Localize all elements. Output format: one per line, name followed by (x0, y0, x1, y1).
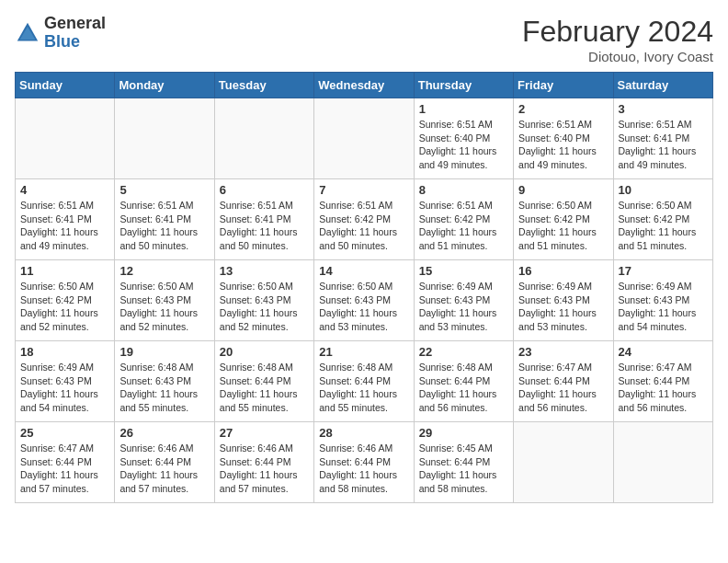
calendar-cell: 18Sunrise: 6:49 AMSunset: 6:43 PMDayligh… (16, 341, 115, 422)
day-number: 6 (220, 183, 309, 197)
day-number: 26 (119, 426, 209, 440)
day-number: 13 (220, 264, 309, 278)
calendar-cell: 9Sunrise: 6:50 AMSunset: 6:42 PMDaylight… (514, 179, 613, 260)
calendar-cell: 7Sunrise: 6:51 AMSunset: 6:42 PMDaylight… (314, 179, 414, 260)
day-info: Sunrise: 6:50 AMSunset: 6:43 PMDaylight:… (119, 280, 209, 334)
page-header: General Blue February 2024 Diotouo, Ivor… (15, 15, 713, 64)
day-info: Sunrise: 6:50 AMSunset: 6:42 PMDaylight:… (518, 199, 608, 253)
calendar-cell (115, 98, 214, 179)
day-number: 28 (319, 426, 408, 440)
day-number: 1 (419, 102, 508, 116)
calendar-cell: 11Sunrise: 6:50 AMSunset: 6:42 PMDayligh… (16, 260, 115, 341)
day-info: Sunrise: 6:49 AMSunset: 6:43 PMDaylight:… (20, 361, 109, 415)
day-number: 12 (119, 264, 209, 278)
calendar-cell: 2Sunrise: 6:51 AMSunset: 6:40 PMDaylight… (514, 98, 613, 179)
day-number: 14 (319, 264, 408, 278)
logo-icon (15, 20, 40, 46)
month-year-title: February 2024 (522, 15, 713, 49)
calendar-cell: 26Sunrise: 6:46 AMSunset: 6:44 PMDayligh… (115, 422, 214, 503)
day-info: Sunrise: 6:50 AMSunset: 6:42 PMDaylight:… (619, 199, 708, 253)
weekday-header-row: SundayMondayTuesdayWednesdayThursdayFrid… (16, 73, 713, 98)
day-number: 19 (119, 345, 209, 359)
logo-text-blue: Blue (44, 33, 106, 52)
day-info: Sunrise: 6:48 AMSunset: 6:43 PMDaylight:… (119, 361, 209, 415)
day-info: Sunrise: 6:47 AMSunset: 6:44 PMDaylight:… (619, 361, 708, 415)
day-info: Sunrise: 6:46 AMSunset: 6:44 PMDaylight:… (220, 442, 309, 496)
calendar-cell: 15Sunrise: 6:49 AMSunset: 6:43 PMDayligh… (414, 260, 513, 341)
day-info: Sunrise: 6:49 AMSunset: 6:43 PMDaylight:… (419, 280, 508, 334)
day-number: 8 (419, 183, 508, 197)
logo: General Blue (15, 15, 106, 52)
day-number: 25 (20, 426, 109, 440)
calendar-cell: 8Sunrise: 6:51 AMSunset: 6:42 PMDaylight… (414, 179, 513, 260)
calendar-week-row: 4Sunrise: 6:51 AMSunset: 6:41 PMDaylight… (16, 179, 713, 260)
calendar-table: SundayMondayTuesdayWednesdayThursdayFrid… (15, 72, 713, 503)
weekday-header-monday: Monday (115, 73, 214, 98)
day-number: 21 (319, 345, 408, 359)
day-info: Sunrise: 6:51 AMSunset: 6:40 PMDaylight:… (419, 118, 508, 172)
calendar-cell: 22Sunrise: 6:48 AMSunset: 6:44 PMDayligh… (414, 341, 513, 422)
day-number: 4 (20, 183, 109, 197)
day-number: 10 (619, 183, 708, 197)
weekday-header-friday: Friday (514, 73, 613, 98)
calendar-cell: 19Sunrise: 6:48 AMSunset: 6:43 PMDayligh… (115, 341, 214, 422)
calendar-cell: 10Sunrise: 6:50 AMSunset: 6:42 PMDayligh… (613, 179, 712, 260)
day-info: Sunrise: 6:51 AMSunset: 6:41 PMDaylight:… (119, 199, 209, 253)
calendar-cell: 20Sunrise: 6:48 AMSunset: 6:44 PMDayligh… (214, 341, 313, 422)
day-info: Sunrise: 6:49 AMSunset: 6:43 PMDaylight:… (518, 280, 608, 334)
calendar-cell: 5Sunrise: 6:51 AMSunset: 6:41 PMDaylight… (115, 179, 214, 260)
day-info: Sunrise: 6:46 AMSunset: 6:44 PMDaylight:… (119, 442, 209, 496)
calendar-cell (214, 98, 313, 179)
day-info: Sunrise: 6:48 AMSunset: 6:44 PMDaylight:… (319, 361, 408, 415)
calendar-week-row: 1Sunrise: 6:51 AMSunset: 6:40 PMDaylight… (16, 98, 713, 179)
day-info: Sunrise: 6:47 AMSunset: 6:44 PMDaylight:… (518, 361, 608, 415)
calendar-cell: 24Sunrise: 6:47 AMSunset: 6:44 PMDayligh… (613, 341, 712, 422)
calendar-cell: 29Sunrise: 6:45 AMSunset: 6:44 PMDayligh… (414, 422, 513, 503)
day-number: 16 (518, 264, 608, 278)
calendar-cell (16, 98, 115, 179)
day-info: Sunrise: 6:49 AMSunset: 6:43 PMDaylight:… (619, 280, 708, 334)
day-number: 29 (419, 426, 508, 440)
day-number: 22 (419, 345, 508, 359)
day-number: 7 (319, 183, 408, 197)
calendar-cell: 4Sunrise: 6:51 AMSunset: 6:41 PMDaylight… (16, 179, 115, 260)
day-info: Sunrise: 6:46 AMSunset: 6:44 PMDaylight:… (319, 442, 408, 496)
calendar-cell: 27Sunrise: 6:46 AMSunset: 6:44 PMDayligh… (214, 422, 313, 503)
calendar-cell (314, 98, 414, 179)
calendar-cell: 23Sunrise: 6:47 AMSunset: 6:44 PMDayligh… (514, 341, 613, 422)
day-info: Sunrise: 6:51 AMSunset: 6:42 PMDaylight:… (319, 199, 408, 253)
calendar-cell (514, 422, 613, 503)
calendar-week-row: 11Sunrise: 6:50 AMSunset: 6:42 PMDayligh… (16, 260, 713, 341)
day-info: Sunrise: 6:51 AMSunset: 6:41 PMDaylight:… (20, 199, 109, 253)
calendar-cell: 21Sunrise: 6:48 AMSunset: 6:44 PMDayligh… (314, 341, 414, 422)
calendar-cell: 16Sunrise: 6:49 AMSunset: 6:43 PMDayligh… (514, 260, 613, 341)
day-info: Sunrise: 6:51 AMSunset: 6:41 PMDaylight:… (220, 199, 309, 253)
day-number: 20 (220, 345, 309, 359)
calendar-cell (613, 422, 712, 503)
calendar-cell: 3Sunrise: 6:51 AMSunset: 6:41 PMDaylight… (613, 98, 712, 179)
day-info: Sunrise: 6:45 AMSunset: 6:44 PMDaylight:… (419, 442, 508, 496)
calendar-cell: 13Sunrise: 6:50 AMSunset: 6:43 PMDayligh… (214, 260, 313, 341)
day-info: Sunrise: 6:50 AMSunset: 6:43 PMDaylight:… (220, 280, 309, 334)
calendar-week-row: 18Sunrise: 6:49 AMSunset: 6:43 PMDayligh… (16, 341, 713, 422)
calendar-cell: 14Sunrise: 6:50 AMSunset: 6:43 PMDayligh… (314, 260, 414, 341)
day-info: Sunrise: 6:50 AMSunset: 6:42 PMDaylight:… (20, 280, 109, 334)
day-info: Sunrise: 6:48 AMSunset: 6:44 PMDaylight:… (419, 361, 508, 415)
weekday-header-wednesday: Wednesday (314, 73, 414, 98)
weekday-header-tuesday: Tuesday (214, 73, 313, 98)
day-info: Sunrise: 6:51 AMSunset: 6:42 PMDaylight:… (419, 199, 508, 253)
day-number: 18 (20, 345, 109, 359)
day-info: Sunrise: 6:47 AMSunset: 6:44 PMDaylight:… (20, 442, 109, 496)
calendar-cell: 25Sunrise: 6:47 AMSunset: 6:44 PMDayligh… (16, 422, 115, 503)
logo-text-general: General (44, 15, 106, 33)
weekday-header-thursday: Thursday (414, 73, 513, 98)
day-number: 9 (518, 183, 608, 197)
day-number: 5 (119, 183, 209, 197)
day-info: Sunrise: 6:51 AMSunset: 6:40 PMDaylight:… (518, 118, 608, 172)
day-number: 23 (518, 345, 608, 359)
calendar-week-row: 25Sunrise: 6:47 AMSunset: 6:44 PMDayligh… (16, 422, 713, 503)
calendar-cell: 6Sunrise: 6:51 AMSunset: 6:41 PMDaylight… (214, 179, 313, 260)
day-number: 27 (220, 426, 309, 440)
location-subtitle: Diotouo, Ivory Coast (522, 49, 713, 64)
calendar-cell: 1Sunrise: 6:51 AMSunset: 6:40 PMDaylight… (414, 98, 513, 179)
